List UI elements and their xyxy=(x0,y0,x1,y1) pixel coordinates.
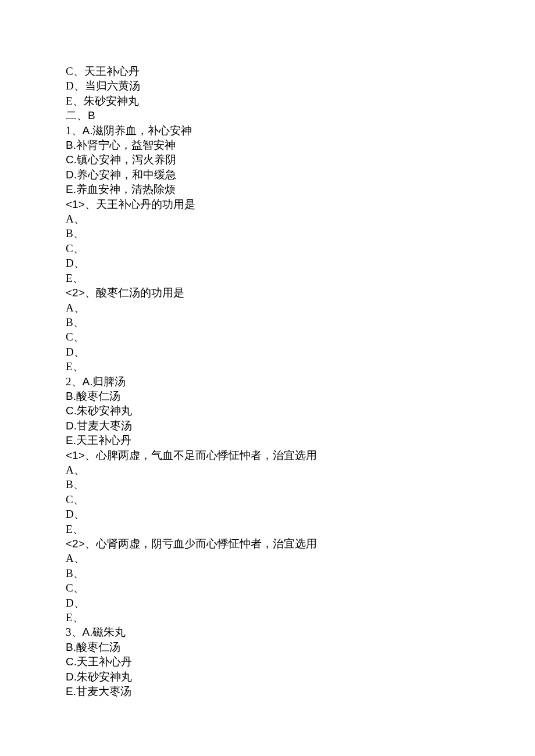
text-segment: 二、 xyxy=(66,109,88,121)
text-segment: 天王补心丹 xyxy=(77,655,132,668)
text-segment: A、 xyxy=(66,552,85,564)
text-segment: A、 xyxy=(66,464,85,476)
text-line: C、 xyxy=(66,329,535,344)
text-segment: 3、 xyxy=(66,626,83,638)
text-line: <2>、心肾两虚，阴亏血少而心悸怔忡者，治宜选用 xyxy=(66,536,535,551)
text-segment: E、 xyxy=(66,611,84,624)
document-page: C、天王补心丹D、当归六黄汤E、朱砂安神丸二、B1、A.滋阴养血，补心安神B.补… xyxy=(0,0,535,698)
text-segment: A. xyxy=(83,375,93,388)
text-line: C、 xyxy=(66,241,535,256)
text-segment: 镇心安神，泻火养阴 xyxy=(77,153,176,166)
text-line: D、 xyxy=(66,345,535,359)
text-line: E、 xyxy=(66,359,535,374)
text-line: B、 xyxy=(66,226,535,241)
text-segment: D、 xyxy=(66,257,85,269)
text-line: C、 xyxy=(66,492,535,507)
text-line: E、 xyxy=(66,271,535,285)
text-line: D.甘麦大枣汤 xyxy=(66,418,535,433)
text-segment: A、 xyxy=(66,213,85,225)
text-segment: 补肾宁心，益智安神 xyxy=(76,139,176,151)
text-line: E.天王补心丹 xyxy=(66,433,535,447)
text-segment: A. xyxy=(83,124,93,137)
text-segment: B、 xyxy=(66,478,84,490)
text-line: D.朱砂安神丸 xyxy=(66,669,535,684)
text-line: 二、B xyxy=(66,108,535,123)
text-segment: B. xyxy=(66,139,76,151)
text-segment: C、 xyxy=(66,493,84,506)
text-segment: 酸枣仁汤 xyxy=(76,390,120,402)
text-line: <2>、酸枣仁汤的功用是 xyxy=(66,285,535,300)
text-segment: E、朱砂安神丸 xyxy=(66,95,139,107)
text-line: E、 xyxy=(66,522,535,536)
text-line: C.天王补心丹 xyxy=(66,654,535,669)
text-line: B、 xyxy=(66,566,535,581)
text-segment: B、 xyxy=(66,316,84,328)
text-line: C.朱砂安神丸 xyxy=(66,403,535,418)
text-segment: D、 xyxy=(66,346,85,358)
text-segment: 、心肾两虚，阴亏血少而心悸怔忡者，治宜选用 xyxy=(85,538,317,550)
text-segment: 滋阴养血，补心安神 xyxy=(92,124,192,137)
text-segment: 养血安神，清热除烦 xyxy=(76,183,176,195)
text-segment: 酸枣仁汤 xyxy=(76,641,120,653)
text-segment: D. xyxy=(66,420,77,432)
text-segment: <1> xyxy=(66,449,85,461)
text-segment: E、 xyxy=(66,360,84,372)
text-segment: B. xyxy=(66,641,76,653)
text-segment: C、天王补心丹 xyxy=(66,65,140,77)
text-segment: 1、 xyxy=(66,124,83,137)
text-segment: A. xyxy=(83,626,93,638)
text-segment: 归脾汤 xyxy=(92,375,126,388)
text-segment: 朱砂安神丸 xyxy=(77,404,132,417)
text-line: A、 xyxy=(66,212,535,226)
text-segment: E. xyxy=(66,183,76,195)
text-line: A、 xyxy=(66,551,535,565)
text-segment: B、 xyxy=(66,227,84,239)
text-segment: 甘麦大枣汤 xyxy=(76,685,131,697)
text-segment: C、 xyxy=(66,582,84,594)
text-segment: 甘麦大枣汤 xyxy=(77,420,132,432)
text-segment: 养心安神，和中缓急 xyxy=(77,169,176,181)
text-segment: B xyxy=(88,109,95,121)
text-segment: <1> xyxy=(66,198,85,210)
text-line: D、 xyxy=(66,507,535,521)
text-segment: B. xyxy=(66,390,76,402)
text-segment: 磁朱丸 xyxy=(92,626,126,638)
text-segment: 、心脾两虚，气血不足而心悸怔忡者，治宜选用 xyxy=(85,449,317,461)
text-line: B、 xyxy=(66,315,535,329)
text-segment: 、酸枣仁汤的功用是 xyxy=(85,286,184,299)
text-segment: D、 xyxy=(66,597,85,609)
text-line: <1>、天王补心丹的功用是 xyxy=(66,197,535,212)
text-line: C、 xyxy=(66,581,535,595)
text-segment: 朱砂安神丸 xyxy=(77,671,132,683)
text-segment: C. xyxy=(66,655,77,668)
text-segment: E、 xyxy=(66,272,84,284)
text-line: B.酸枣仁汤 xyxy=(66,389,535,403)
text-segment: B、 xyxy=(66,567,84,579)
text-segment: D. xyxy=(66,671,77,683)
text-line: C、天王补心丹 xyxy=(66,64,535,78)
text-line: <1>、心脾两虚，气血不足而心悸怔忡者，治宜选用 xyxy=(66,448,535,463)
text-line: C.镇心安神，泻火养阴 xyxy=(66,152,535,167)
text-segment: C. xyxy=(66,404,77,417)
text-line: 3、A.磁朱丸 xyxy=(66,625,535,639)
text-segment: <2> xyxy=(66,286,85,299)
text-segment: C. xyxy=(66,153,77,166)
text-segment: D、 xyxy=(66,508,85,520)
text-line: 1、A.滋阴养血，补心安神 xyxy=(66,123,535,138)
text-segment: D、当归六黄汤 xyxy=(66,80,140,92)
text-segment: 天王补心丹 xyxy=(76,434,131,446)
text-segment: 2、 xyxy=(66,375,83,388)
text-line: D、当归六黄汤 xyxy=(66,78,535,93)
text-line: D、 xyxy=(66,256,535,270)
text-line: D.养心安神，和中缓急 xyxy=(66,167,535,182)
text-line: A、 xyxy=(66,300,535,315)
text-line: E、朱砂安神丸 xyxy=(66,94,535,108)
text-segment: A、 xyxy=(66,302,85,314)
text-line: D、 xyxy=(66,596,535,610)
text-segment: C、 xyxy=(66,331,84,343)
text-segment: 、天王补心丹的功用是 xyxy=(85,198,195,210)
text-segment: E. xyxy=(66,434,76,446)
text-line: E.甘麦大枣汤 xyxy=(66,684,535,698)
text-line: E.养血安神，清热除烦 xyxy=(66,182,535,196)
text-line: B、 xyxy=(66,477,535,492)
